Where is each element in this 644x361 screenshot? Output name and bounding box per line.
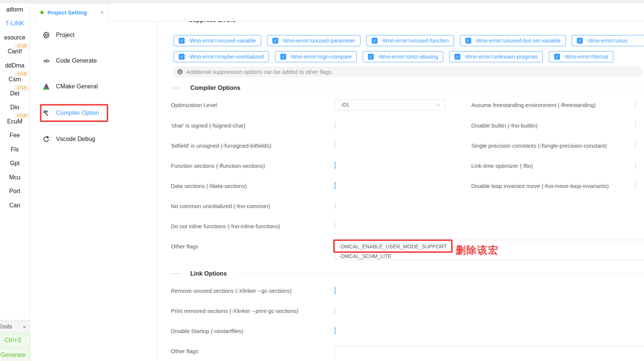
checkbox-no-builtin[interactable] bbox=[635, 122, 636, 129]
module-item[interactable]: EcuM STUB bbox=[0, 114, 29, 129]
stub-badge: STUB bbox=[15, 71, 29, 77]
form-row-no-inline: Do not inline functions (-fno-inline-fun… bbox=[171, 220, 644, 232]
module-item[interactable]: Dio bbox=[0, 101, 29, 115]
checkbox-no-common[interactable] bbox=[335, 202, 335, 209]
field-label: Assume freestanding environment (-ffrees… bbox=[471, 102, 595, 108]
module-item[interactable]: Port bbox=[0, 185, 29, 199]
link-other-flags-textarea[interactable] bbox=[335, 346, 644, 361]
checkbox-freestanding[interactable] bbox=[635, 101, 636, 108]
checkbox-single-precision[interactable] bbox=[635, 142, 636, 149]
checkbox-no-inline[interactable] bbox=[335, 222, 335, 229]
field-label: Other flags bbox=[171, 348, 198, 354]
flag-label: -Wno-error=unused-function bbox=[381, 38, 449, 44]
optimization-level-select[interactable]: -O1 bbox=[335, 99, 446, 110]
module-item[interactable]: T-LINK bbox=[0, 17, 29, 31]
form-row-data-sections: Data sections (-fdata-sections) Disable … bbox=[171, 180, 644, 191]
sidebar-item-code-generate[interactable]: </> Code Generate bbox=[42, 53, 97, 68]
checkbox-bitfield-unsigned[interactable] bbox=[335, 142, 335, 149]
field-label: Disable loop invariant move (-fno-move-l… bbox=[471, 183, 609, 189]
module-item[interactable]: atform bbox=[0, 3, 29, 17]
heading-divider bbox=[247, 88, 644, 88]
checkbox-lto[interactable] bbox=[635, 162, 636, 169]
module-item[interactable]: Can bbox=[0, 198, 29, 213]
module-item[interactable]: Fls bbox=[0, 142, 29, 157]
suppress-flag-toggle[interactable]: -Wno-error=format bbox=[549, 51, 613, 62]
suppress-flag-toggle[interactable]: -Wno-error=sign-compare bbox=[275, 51, 357, 62]
tools-menu-item[interactable]: Tools ▶ bbox=[0, 320, 30, 333]
checkbox[interactable] bbox=[577, 38, 583, 44]
annotation-delete-macro: 删除该宏 bbox=[456, 244, 499, 257]
checkbox-loop-invariants[interactable] bbox=[635, 182, 636, 189]
field-label: Single precision constants (-fsingle-pre… bbox=[471, 142, 607, 149]
module-item[interactable]: Gpt bbox=[0, 157, 29, 171]
field-label: 'bitfield' is unsigned (-funsigned-bitfi… bbox=[171, 142, 271, 149]
checkbox[interactable] bbox=[179, 38, 185, 44]
module-item[interactable]: Fee bbox=[0, 129, 29, 143]
hammer-icon bbox=[42, 109, 51, 117]
tab-project-setting[interactable]: Project Setting × bbox=[35, 3, 109, 21]
checkbox[interactable] bbox=[280, 54, 286, 60]
selected-value: -O1 bbox=[341, 102, 349, 108]
module-item[interactable]: Mcu bbox=[0, 170, 29, 185]
sidebar-item-project[interactable]: Project bbox=[42, 28, 75, 43]
field-label: Optimization Level bbox=[171, 102, 217, 108]
checkbox-char-signed[interactable] bbox=[335, 122, 335, 129]
suppress-flag-toggle[interactable]: -Wno-error=unus bbox=[572, 35, 644, 46]
flag-label: -Wno-error=unused-but-set-variable bbox=[475, 38, 561, 44]
module-item[interactable]: Csm STUB bbox=[0, 73, 29, 87]
suppress-flag-toggle[interactable]: -Wno-error=unused-parameter bbox=[267, 35, 360, 46]
suppress-flag-toggle[interactable]: -Wno-error=strict-aliasing bbox=[363, 51, 443, 62]
checkbox[interactable] bbox=[554, 54, 560, 60]
module-item[interactable]: CanIf STUB bbox=[0, 45, 29, 59]
section-title: Link Options bbox=[190, 270, 227, 277]
suppress-flag-toggle[interactable]: -Wno-error=unknown-pragmas bbox=[449, 51, 543, 62]
field-label: No common uninitialized (-fno-common) bbox=[171, 203, 270, 209]
suppress-pill-row-1: -Wno-error=unused-variable -Wno-error=un… bbox=[173, 35, 644, 46]
field-label: Remove unused sections (-Xlinker --gc-se… bbox=[171, 288, 291, 294]
checkbox-data-sections[interactable] bbox=[335, 182, 335, 189]
checkbox[interactable] bbox=[272, 38, 278, 44]
checkbox[interactable] bbox=[179, 54, 185, 60]
checkbox[interactable] bbox=[368, 54, 374, 60]
flag-label: -Wno-error=unknown-pragmas bbox=[464, 54, 538, 60]
close-icon[interactable]: × bbox=[100, 9, 104, 16]
flag-label: -Wno-error=unused-variable bbox=[188, 38, 256, 44]
suppress-pill-row-2: -Wno-error=maybe-uninitialized -Wno-erro… bbox=[173, 51, 613, 62]
checkbox[interactable] bbox=[465, 38, 471, 44]
suppress-flag-toggle[interactable]: -Wno-error=unused-but-set-variable bbox=[460, 35, 566, 46]
section-heading-link-options: Link Options bbox=[171, 270, 644, 278]
heading-divider bbox=[234, 274, 644, 274]
suppress-flag-toggle[interactable]: -Wno-error=unused-function bbox=[366, 35, 454, 46]
field-label: Disable builtin (-fno-builtin) bbox=[471, 122, 538, 129]
checkbox-print-gc-sections[interactable] bbox=[335, 307, 335, 314]
module-item-label: CanIf bbox=[7, 48, 22, 55]
suppress-flag-toggle[interactable]: -Wno-error=unused-variable bbox=[173, 35, 261, 46]
submenu-arrow-icon: ▶ bbox=[24, 325, 26, 329]
field-label: Disable Startup (-nostartfiles) bbox=[171, 328, 243, 334]
checkbox[interactable] bbox=[372, 38, 378, 44]
module-item[interactable]: ddDma bbox=[0, 59, 29, 73]
field-label: Data sections (-fdata-sections) bbox=[171, 183, 247, 189]
generate-label: Generate bbox=[0, 352, 25, 358]
suppress-flag-toggle[interactable]: -Wno-error=maybe-uninitialized bbox=[173, 51, 269, 62]
sidebar-item-label: Project bbox=[56, 32, 75, 38]
checkbox-nostartfiles[interactable] bbox=[335, 327, 335, 334]
generate-button[interactable]: Generate bbox=[0, 348, 30, 361]
flag-label: -Wno-error=format bbox=[563, 54, 608, 60]
sidebar-item-cmake-general[interactable]: CMake General bbox=[42, 79, 98, 94]
sidebar-item-vscode-debug[interactable]: Vscode Debug bbox=[42, 132, 95, 147]
sidebar-item-label: CMake General bbox=[56, 83, 98, 90]
sidebar-item-compiler-option[interactable]: Compiler Option bbox=[42, 106, 99, 120]
checkbox-gc-sections[interactable] bbox=[335, 287, 335, 294]
checkbox[interactable] bbox=[454, 54, 460, 60]
module-item[interactable]: Det STUB bbox=[0, 87, 29, 101]
stub-badge: STUB bbox=[15, 43, 29, 49]
form-row-bitfield-unsigned: 'bitfield' is unsigned (-funsigned-bitfi… bbox=[171, 140, 644, 151]
checkbox-function-sections[interactable] bbox=[335, 162, 335, 169]
field-label: Link-time optimizer (-flto) bbox=[471, 163, 533, 169]
save-shortcut-item[interactable]: Ctrl+S bbox=[0, 334, 30, 346]
module-item[interactable]: esource bbox=[0, 31, 29, 45]
chevron-down-icon bbox=[436, 103, 441, 107]
section-title-suppress-errors: Suppress Errors bbox=[189, 21, 235, 23]
info-banner: i Additional suppression options can be … bbox=[173, 66, 642, 77]
